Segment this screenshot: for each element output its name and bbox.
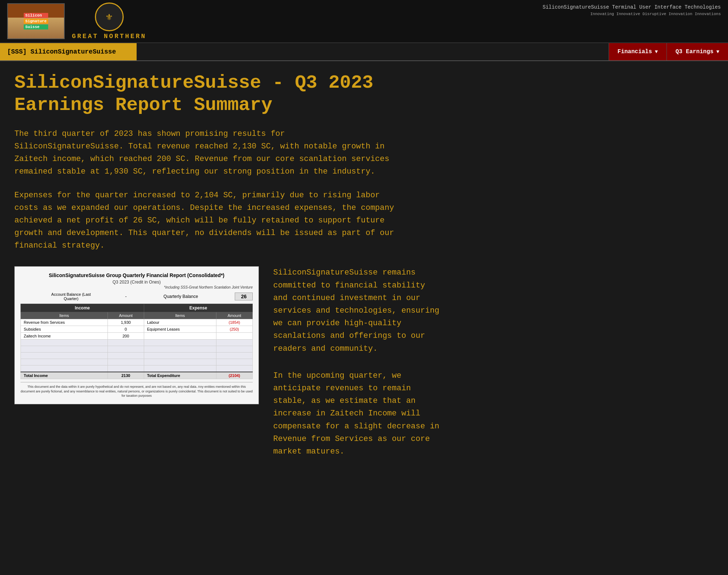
nav-bar: [SSS] SiliconSignatureSuisse Financials … [0,43,728,61]
income-items-col: Items [21,312,108,319]
main-content: SiliconSignatureSuisse - Q3 2023 Earning… [0,61,728,469]
gn-icon: ⚜ [106,11,112,23]
forecast-paragraph: In the upcoming quarter, we anticipate r… [273,369,714,458]
quarterly-balance-label: Quarterly Balance [130,294,231,299]
expense-items-col: Items [144,312,216,319]
income-amount-1: 1,930 [107,319,144,326]
income-amount-empty5 [107,365,144,372]
expense-amount-empty5 [216,365,252,372]
sss-logo: Silicon Signature Suisse [7,3,65,39]
income-item-empty4 [21,359,108,365]
table-row-empty [21,359,253,365]
expense-item-empty3 [144,353,216,359]
income-item-empty2 [21,346,108,353]
financial-table: Income Expense Items Amount Items Amount… [20,304,253,379]
intro-paragraph: The third quarter of 2023 has shown prom… [14,128,714,178]
table-row-empty [21,346,253,353]
expense-amount-col: Amount [216,312,252,319]
sss-logo-line2: Signature [24,19,48,24]
terminal-line: SiliconSignatureSuisse Terminal User Int… [542,4,721,11]
expense-header: Expense [144,304,252,312]
quarterly-balance-value: 26 [235,293,253,300]
nav-brand: [SSS] SiliconSignatureSuisse [0,43,137,60]
acct-balance-label: Account Balance (LastQuarter) [20,292,122,301]
financials-label: Financials [618,49,652,55]
title-line1: SiliconSignatureSuisse - Q3 2023 [14,72,714,94]
sss-logo-line1: Silicon [24,13,48,18]
total-income-value: 2130 [107,372,144,379]
income-amount-col: Amount [107,312,144,319]
total-expense-label: Total Expenditure [144,372,216,379]
q3-arrow: ▼ [716,49,719,55]
expense-item-empty1 [144,340,216,346]
expense-amount-empty4 [216,359,252,365]
income-amount-2: 0 [107,326,144,333]
terminal-sub: Innovating Innovative Disruptive Innovat… [542,11,721,17]
gn-emblem: ⚜ [95,3,124,31]
total-income-label: Total Income [21,372,108,379]
income-amount-empty2 [107,346,144,353]
q3-earnings-dropdown[interactable]: Q3 Earnings ▼ [667,43,728,60]
expense-item-empty2 [144,346,216,353]
expense-amount-empty2 [216,346,252,353]
total-expense-value: (2104) [216,372,252,379]
expenses-paragraph: Expenses for the quarter increased to 2,… [14,189,714,252]
financials-dropdown[interactable]: Financials ▼ [609,43,667,60]
expense-item-3 [144,333,216,340]
income-amount-3: 200 [107,333,144,340]
financial-table-container: SiliconSignatureSuisse Group Quarterly F… [14,266,259,404]
dash: - [125,294,127,299]
expense-item-empty5 [144,365,216,372]
two-column-layout: SiliconSignatureSuisse Group Quarterly F… [14,266,714,458]
table-row-empty [21,353,253,359]
expense-item-1: Labour [144,319,216,326]
q3-label: Q3 Earnings [676,49,714,55]
expense-amount-3 [216,333,252,340]
financials-arrow: ▼ [655,49,658,55]
table-row: Revenue from Services 1,930 Labour (1854… [21,319,253,326]
table-disclaimer: This document and the data within it are… [20,382,253,398]
table-subtitle: Q3 2023 (Credit in Ones) [20,280,253,285]
expense-amount-empty3 [216,353,252,359]
table-title: SiliconSignatureSuisse Group Quarterly F… [20,272,253,278]
great-northern-logo: ⚜ GREAT NORTHERN [72,3,146,40]
income-item-3: Zaitech Income [21,333,108,340]
income-item-empty3 [21,353,108,359]
income-item-1: Revenue from Services [21,319,108,326]
expense-item-empty4 [144,359,216,365]
table-row-empty [21,340,253,346]
sss-logo-line3: Suisse [24,24,48,29]
income-item-2: Subsidies [21,326,108,333]
expense-amount-1: (1854) [216,319,252,326]
stability-paragraph: SiliconSignatureSuisse remains committed… [273,266,714,355]
expense-amount-empty1 [216,340,252,346]
expense-item-2: Equipment Leases [144,326,216,333]
income-header: Income [21,304,144,312]
income-item-empty5 [21,365,108,372]
page-title: SiliconSignatureSuisse - Q3 2023 Earning… [14,72,714,117]
table-subtitle2: *including SSS-Great Northern Scanlation… [20,285,253,289]
expense-amount-2: (250) [216,326,252,333]
income-amount-empty1 [107,340,144,346]
income-item-empty1 [21,340,108,346]
table-row: Subsidies 0 Equipment Leases (250) [21,326,253,333]
income-amount-empty4 [107,359,144,365]
table-row-empty [21,365,253,372]
gn-title: GREAT NORTHERN [72,33,146,40]
income-amount-empty3 [107,353,144,359]
right-column: SiliconSignatureSuisse remains committed… [273,266,714,458]
title-line2: Earnings Report Summary [14,94,714,116]
table-total-row: Total Income 2130 Total Expenditure (210… [21,372,253,379]
page-header: Silicon Signature Suisse ⚜ GREAT NORTHER… [0,0,728,43]
logo-area: Silicon Signature Suisse ⚜ GREAT NORTHER… [7,3,146,40]
header-terminal-info: SiliconSignatureSuisse Terminal User Int… [542,4,721,17]
table-top-row: Account Balance (LastQuarter) - Quarterl… [20,292,253,301]
table-row: Zaitech Income 200 [21,333,253,340]
